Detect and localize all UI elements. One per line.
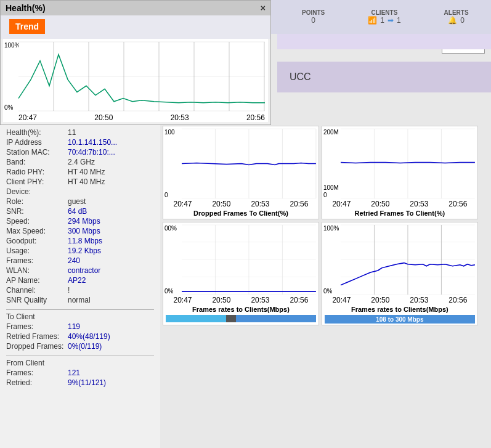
- dropped-frames-row: Dropped Frames: 0%(0/119): [6, 342, 154, 351]
- frames-row: Frames: 240: [6, 256, 154, 265]
- radio-phy-label: Radio PHY:: [6, 168, 68, 176]
- band-row: Band: 2.4 GHz: [6, 158, 154, 166]
- frames-rates-chart-2-area: 100% 0% 20:47 20:50 20:53: [322, 222, 477, 306]
- mac-row: Station MAC: 70:4d:7b:10:...: [6, 148, 154, 157]
- dropped-y-bottom: 0: [164, 192, 168, 198]
- health-popup-title: Health(%): [6, 3, 46, 13]
- chart-area: [18, 42, 265, 111]
- retried-x3: 20:53: [410, 200, 428, 208]
- usage-label: Usage:: [6, 246, 68, 255]
- dropped-x4: 20:56: [290, 200, 308, 208]
- arrow-icon: ➡: [388, 16, 394, 25]
- dropped-y-top: 100: [164, 129, 175, 136]
- frames1-y-bottom: 0%: [164, 288, 173, 295]
- device-label: Device:: [6, 187, 68, 196]
- points-label: POINTS: [302, 9, 325, 16]
- frames1-x1: 20:47: [173, 296, 192, 304]
- to-client-header: To Client: [6, 312, 154, 321]
- goodput-row: Goodput: 11.8 Mbps: [6, 237, 154, 245]
- y-label-bottom: 0%: [4, 104, 13, 111]
- max-speed-value: 300 Mbps: [68, 227, 100, 235]
- from-client-frames-label: Frames:: [6, 369, 68, 377]
- health-popup-header: Health(%) ×: [1, 1, 270, 15]
- channel-row: Channel: !: [6, 286, 154, 295]
- frames2-bar: 108 to 300 Mbps: [325, 315, 475, 324]
- alerts-icons: 🔔 0: [448, 16, 465, 25]
- color-bar-1: [166, 315, 316, 322]
- health-trend-chart: 100% 0% 20:47 20:50 20:: [3, 39, 268, 122]
- health-row: Health(%): 11: [6, 128, 154, 137]
- retried-y-top: 200M: [323, 129, 339, 136]
- points-value: 0: [311, 16, 315, 25]
- snr-quality-label: SNR Quality: [6, 296, 68, 304]
- from-client-retried-value: 9%(11/121): [68, 378, 106, 387]
- sub-header-bar: [277, 34, 491, 49]
- retried-frames-row: Retried Frames: 40%(48/119): [6, 332, 154, 341]
- ip-row: IP Address 10.1.141.150...: [6, 138, 154, 147]
- clients-wifi-value: 1: [380, 16, 384, 25]
- snr-label: SNR:: [6, 207, 68, 216]
- ap-name-label: AP Name:: [6, 276, 68, 285]
- speed-label: Speed:: [6, 217, 68, 226]
- ucc-label: UCC: [290, 71, 311, 83]
- charts-area: 100 0 20:47 20:50 20:53 20: [160, 123, 491, 448]
- health-label: Health(%):: [6, 128, 68, 137]
- dropped-x3: 20:53: [251, 200, 269, 208]
- frames1-x4: 20:56: [290, 296, 308, 304]
- ip-label: IP Address: [6, 138, 68, 147]
- dropped-frames-chart: 100 0 20:47 20:50 20:53 20: [163, 126, 319, 219]
- frames-rates-label-2: Frames rates to Clients(Mbps): [322, 306, 477, 314]
- x-label-4: 20:56: [246, 113, 265, 122]
- dropped-frames-value: 0%(0/119): [68, 342, 102, 351]
- clients-arrow-value: 1: [397, 16, 401, 25]
- trend-label: Trend: [9, 19, 45, 34]
- frames-value: 240: [68, 256, 80, 265]
- frames-rates-chart-1: 00% 0% 20:47 20:50 20:53: [163, 222, 319, 325]
- bell-icon: 🔔: [448, 16, 457, 25]
- from-client-frames-row: Frames: 121: [6, 369, 154, 377]
- retried-frames-label: Retried Frames:: [6, 332, 68, 341]
- role-value: guest: [68, 197, 86, 206]
- alerts-value: 0: [460, 16, 465, 25]
- wlan-label: WLAN:: [6, 266, 68, 275]
- to-client-frames-label: Frames:: [6, 322, 68, 331]
- band-label: Band:: [6, 158, 68, 166]
- frames-rates-label-1: Frames rates to Clients(Mbps): [163, 306, 319, 314]
- x-label-3: 20:53: [171, 113, 189, 122]
- snr-quality-value: normal: [68, 296, 91, 304]
- health-popup-close[interactable]: ×: [261, 3, 266, 13]
- retried-frames-label: Retried Frames To Client(%): [322, 210, 477, 219]
- goodput-value: 11.8 Mbps: [68, 237, 102, 245]
- frames1-x-labels: 20:47 20:50 20:53 20:56: [163, 296, 319, 306]
- bar-label: 108 to 300 Mbps: [376, 316, 423, 323]
- frames2-x1: 20:47: [332, 296, 351, 304]
- clients-section: CLIENTS 📶 1 ➡ 1: [368, 9, 400, 25]
- divider-1: [6, 309, 154, 310]
- ip-value: 10.1.141.150...: [68, 138, 117, 147]
- client-phy-row: Client PHY: HT 40 MHz: [6, 177, 154, 186]
- max-speed-row: Max Speed: 300 Mbps: [6, 227, 154, 235]
- frames1-x3: 20:53: [251, 296, 269, 304]
- y-label-top: 100%: [4, 42, 20, 49]
- client-phy-label: Client PHY:: [6, 177, 68, 186]
- left-panel: Health(%): 11 IP Address 10.1.141.150...…: [0, 123, 160, 448]
- client-phy-value: HT 40 MHz: [68, 177, 105, 186]
- frames-label: Frames:: [6, 256, 68, 265]
- speed-row: Speed: 294 Mbps: [6, 217, 154, 226]
- radio-phy-row: Radio PHY: HT 40 MHz: [6, 168, 154, 176]
- retried-y-bottom: 0: [323, 192, 327, 198]
- frames1-x2: 20:50: [212, 296, 230, 304]
- channel-label: Channel:: [6, 286, 68, 295]
- usage-value: 19.2 Kbps: [68, 246, 101, 255]
- points-section: POINTS 0: [302, 9, 325, 25]
- snr-quality-row: SNR Quality normal: [6, 296, 154, 304]
- retried-x4: 20:56: [448, 200, 467, 208]
- wifi-icon: 📶: [368, 16, 377, 25]
- max-speed-label: Max Speed:: [6, 227, 68, 235]
- dropped-frames-label: Dropped Frames To Client(%): [163, 210, 319, 219]
- ap-name-value: AP22: [68, 276, 86, 285]
- frames2-x3: 20:53: [410, 296, 428, 304]
- goodput-label: Goodput:: [6, 237, 68, 245]
- dropped-x1: 20:47: [173, 200, 192, 208]
- from-client-frames-value: 121: [68, 369, 80, 377]
